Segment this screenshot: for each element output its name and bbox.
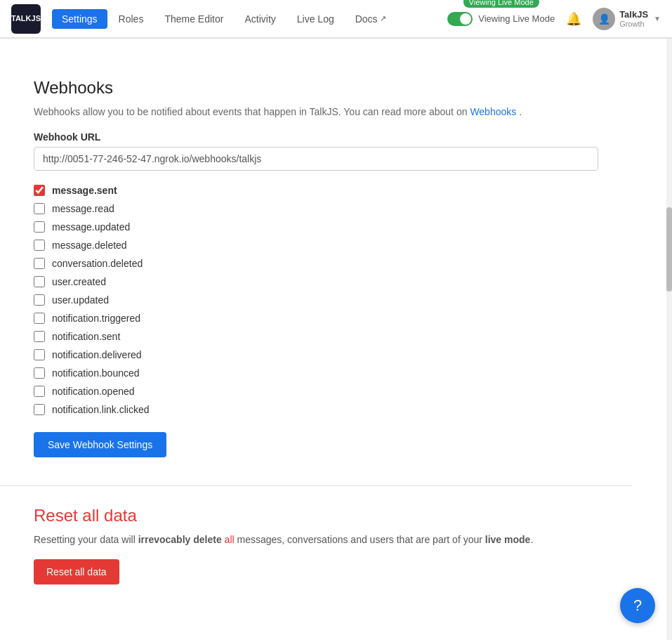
checkbox-notification.bounced[interactable]: [34, 367, 45, 379]
checkbox-notification.triggered[interactable]: [34, 313, 45, 324]
webhooks-description: Webhooks allow you to be notified about …: [34, 106, 598, 117]
label-notification.triggered[interactable]: notification.triggered: [52, 313, 140, 324]
help-fab-button[interactable]: ?: [620, 588, 655, 623]
checkbox-notification.sent[interactable]: [34, 331, 45, 342]
user-name: TalkJS: [619, 9, 648, 20]
webhook-url-label: Webhook URL: [34, 131, 598, 143]
checkbox-message.read[interactable]: [34, 203, 45, 214]
webhook-event-item-notification.triggered: notification.triggered: [34, 313, 598, 324]
webhook-event-item-message.read: message.read: [34, 203, 598, 214]
webhooks-link[interactable]: Webhooks: [470, 106, 516, 117]
label-user.created[interactable]: user.created: [52, 276, 106, 287]
toggle-knob: [460, 13, 471, 25]
label-notification.opened[interactable]: notification.opened: [52, 386, 135, 397]
checkbox-notification.opened[interactable]: [34, 386, 45, 397]
reset-description: Resetting your data will irrevocably del…: [34, 534, 598, 545]
label-message.deleted[interactable]: message.deleted: [52, 240, 127, 251]
avatar: 👤: [593, 8, 615, 30]
checkbox-notification.delivered[interactable]: [34, 349, 45, 360]
user-menu[interactable]: 👤 TalkJS Growth ▼: [593, 8, 661, 30]
live-mode-toggle-area: Viewing Live Mode Viewing Live Mode: [447, 12, 555, 26]
checkbox-message.sent[interactable]: [34, 185, 45, 196]
webhook-event-item-conversation.deleted: conversation.deleted: [34, 258, 598, 269]
logo: TALK JS: [11, 4, 41, 34]
toggle-track[interactable]: [447, 12, 473, 26]
webhook-event-item-user.updated: user.updated: [34, 294, 598, 306]
label-message.updated[interactable]: message.updated: [52, 221, 130, 233]
label-notification.link.clicked[interactable]: notification.link.clicked: [52, 404, 150, 415]
label-user.updated[interactable]: user.updated: [52, 294, 109, 306]
section-divider: [0, 485, 632, 486]
scrollbar-track[interactable]: [666, 39, 672, 640]
nav-activity[interactable]: Activity: [235, 9, 285, 29]
webhook-event-item-notification.delivered: notification.delivered: [34, 349, 598, 360]
nav-docs[interactable]: Docs ↗: [345, 9, 396, 29]
notification-bell-icon[interactable]: 🔔: [566, 11, 581, 27]
checkbox-message.deleted[interactable]: [34, 240, 45, 251]
user-plan: Growth: [619, 20, 648, 28]
webhook-events-list: message.sentmessage.readmessage.updatedm…: [34, 185, 598, 415]
reset-title: Reset all data: [34, 506, 598, 525]
nav-links: Settings Roles Theme Editor Activity Liv…: [52, 9, 396, 29]
checkbox-notification.link.clicked[interactable]: [34, 404, 45, 415]
user-info: TalkJS Growth: [619, 9, 648, 28]
nav-settings[interactable]: Settings: [52, 9, 107, 29]
label-conversation.deleted[interactable]: conversation.deleted: [52, 258, 143, 269]
scrollbar-thumb[interactable]: [666, 207, 672, 292]
checkbox-user.updated[interactable]: [34, 294, 45, 306]
checkbox-user.created[interactable]: [34, 276, 45, 287]
label-message.sent[interactable]: message.sent: [52, 185, 117, 196]
navbar: TALK JS Settings Roles Theme Editor Acti…: [0, 0, 672, 38]
page-wrapper: Webhooks Webhooks allow you to be notifi…: [0, 39, 672, 640]
webhooks-title: Webhooks: [34, 78, 598, 98]
save-webhook-button[interactable]: Save Webhook Settings: [34, 432, 166, 457]
reset-all-data-button[interactable]: Reset all data: [34, 559, 119, 585]
chevron-down-icon: ▼: [654, 15, 661, 22]
webhook-event-item-notification.bounced: notification.bounced: [34, 367, 598, 379]
webhook-event-item-message.updated: message.updated: [34, 221, 598, 233]
nav-live-log[interactable]: Live Log: [287, 9, 344, 29]
main-content: Webhooks Webhooks allow you to be notifi…: [0, 39, 666, 640]
external-link-icon: ↗: [380, 14, 386, 23]
label-notification.bounced[interactable]: notification.bounced: [52, 367, 140, 379]
webhook-event-item-notification.sent: notification.sent: [34, 331, 598, 342]
live-mode-badge: Viewing Live Mode: [463, 0, 539, 8]
webhook-event-item-user.created: user.created: [34, 276, 598, 287]
checkbox-conversation.deleted[interactable]: [34, 258, 45, 269]
live-mode-label: Viewing Live Mode: [478, 13, 555, 24]
webhook-event-item-notification.opened: notification.opened: [34, 386, 598, 397]
label-notification.delivered[interactable]: notification.delivered: [52, 349, 142, 360]
webhook-url-input[interactable]: [34, 147, 598, 171]
content-inner: Webhooks Webhooks allow you to be notifi…: [0, 39, 632, 607]
nav-right: Viewing Live Mode Viewing Live Mode 🔔 👤 …: [447, 8, 661, 30]
webhook-event-item-message.deleted: message.deleted: [34, 240, 598, 251]
label-message.read[interactable]: message.read: [52, 203, 114, 214]
webhook-event-item-message.sent: message.sent: [34, 185, 598, 196]
checkbox-message.updated[interactable]: [34, 221, 45, 233]
nav-roles[interactable]: Roles: [109, 9, 154, 29]
label-notification.sent[interactable]: notification.sent: [52, 331, 120, 342]
nav-theme-editor[interactable]: Theme Editor: [154, 9, 233, 29]
live-toggle[interactable]: Viewing Live Mode: [447, 12, 555, 26]
webhook-event-item-notification.link.clicked: notification.link.clicked: [34, 404, 598, 415]
